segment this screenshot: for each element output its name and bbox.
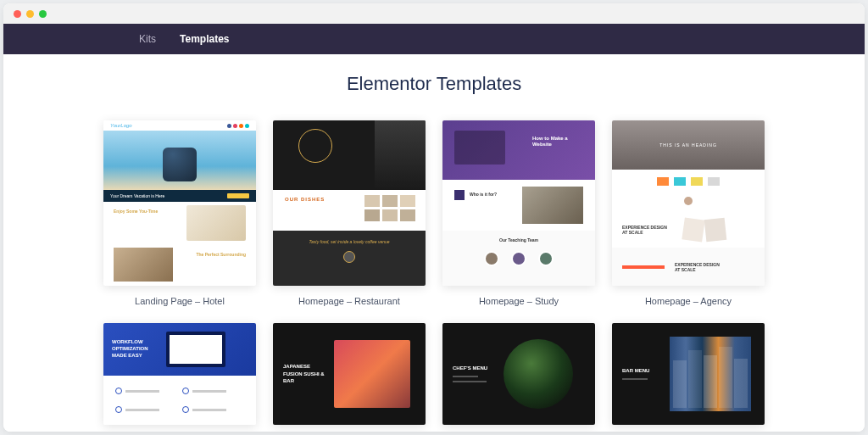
thumb-hero: THIS IS AN HEADING	[659, 142, 717, 148]
template-thumb: THIS IS AN HEADING EXPERIENCE DESIGN AT …	[612, 120, 765, 286]
template-label: Landing Page – Hotel	[135, 296, 225, 306]
thumb-s1: EXPERIENCE DESIGN AT SCALE	[622, 225, 673, 235]
template-label: Homepage – Restaurant	[298, 296, 400, 306]
page-title: Elementor Templates	[3, 73, 865, 95]
thumb-s2: EXPERIENCE DESIGN AT SCALE	[675, 262, 726, 272]
thumb-h2: The Perfect Surrounding	[196, 252, 246, 257]
nav-templates[interactable]: Templates	[180, 33, 229, 45]
template-card-bar[interactable]: BAR MENU	[612, 323, 765, 425]
template-card-workflow[interactable]: WORKFLOW OPTIMIZATION MADE EASY	[103, 323, 256, 425]
minimize-icon[interactable]	[26, 10, 34, 18]
navbar: Kits Templates	[3, 24, 865, 54]
maximize-icon[interactable]	[39, 10, 47, 18]
thumb-banner: Your Dream Vacation is Here	[110, 193, 164, 198]
thumb-tagline: Tasty food, set inside a lovely coffee v…	[309, 239, 389, 244]
thumb-hero: WORKFLOW OPTIMIZATION MADE EASY	[112, 339, 159, 359]
title-bar	[3, 3, 865, 24]
thumb-team: Our Teaching Team	[499, 237, 538, 243]
template-thumb: YourLogo Your Dream Vacation is Here Enj…	[103, 120, 256, 286]
thumb-h1: Enjoy Some You-Time	[114, 209, 158, 214]
template-grid: YourLogo Your Dream Vacation is Here Enj…	[3, 120, 865, 425]
template-card-study[interactable]: How to Make a Website Who is it for? Our…	[442, 120, 595, 306]
thumb-hero: CHEF'S MENU	[453, 365, 495, 371]
template-thumb: How to Make a Website Who is it for? Our…	[442, 120, 595, 286]
template-thumb: JAPANESE FUSION SUSHI & BAR	[273, 323, 426, 425]
thumb-sub: Who is it for?	[470, 192, 497, 197]
template-card-sushi[interactable]: JAPANESE FUSION SUSHI & BAR	[273, 323, 426, 425]
template-thumb: OUR DISHES Tasty food, set inside a love…	[273, 120, 426, 286]
template-card-restaurant[interactable]: OUR DISHES Tasty food, set inside a love…	[273, 120, 426, 306]
template-card-agency[interactable]: THIS IS AN HEADING EXPERIENCE DESIGN AT …	[612, 120, 765, 306]
template-thumb: CHEF'S MENU	[442, 323, 595, 425]
template-card-hotel[interactable]: YourLogo Your Dream Vacation is Here Enj…	[103, 120, 256, 306]
thumb-hero: BAR MENU	[622, 368, 661, 374]
thumb-hero: How to Make a Website	[532, 136, 583, 148]
template-label: Homepage – Agency	[645, 296, 732, 306]
thumb-hero: JAPANESE FUSION SUSHI & BAR	[283, 363, 326, 384]
nav-kits[interactable]: Kits	[139, 33, 156, 45]
template-label: Homepage – Study	[479, 296, 559, 306]
thumb-logo: YourLogo	[110, 123, 132, 129]
template-card-chef[interactable]: CHEF'S MENU	[442, 323, 595, 425]
close-icon[interactable]	[14, 10, 21, 18]
template-thumb: BAR MENU	[612, 323, 765, 425]
thumb-section: OUR DISHES	[285, 197, 325, 203]
main: Elementor Templates YourLogo Your Dream …	[3, 54, 865, 432]
template-thumb: WORKFLOW OPTIMIZATION MADE EASY	[103, 323, 256, 425]
browser-frame: Kits Templates Elementor Templates YourL…	[3, 3, 865, 432]
